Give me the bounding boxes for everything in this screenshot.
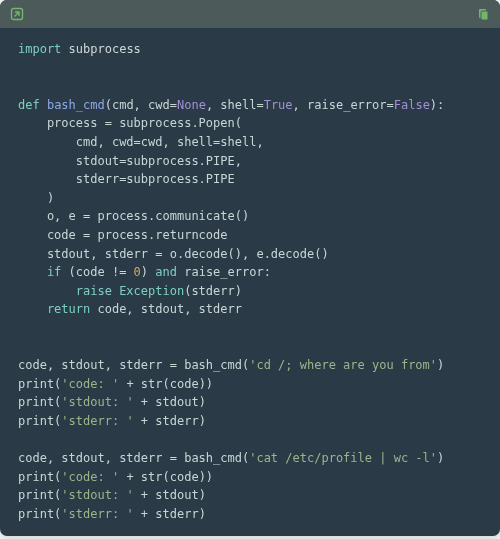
code-token: code, stdout, stderr = bash_cmd( bbox=[18, 451, 249, 465]
code-token: raise_error: bbox=[177, 265, 271, 279]
code-token: code, stdout, stderr = bash_cmd( bbox=[18, 358, 249, 372]
code-token: + stderr) bbox=[134, 507, 206, 521]
code-token: (code != bbox=[61, 265, 133, 279]
code-token: print( bbox=[18, 414, 61, 428]
code-token: if bbox=[18, 265, 61, 279]
code-token: o, e = process.communicate() bbox=[18, 209, 249, 223]
expand-icon[interactable] bbox=[10, 7, 24, 21]
code-token: bash_cmd bbox=[40, 98, 105, 112]
code-token: def bbox=[18, 98, 40, 112]
code-token: process = subprocess.Popen( bbox=[18, 116, 242, 130]
code-token: 'code: ' bbox=[61, 470, 119, 484]
code-token: print( bbox=[18, 470, 61, 484]
code-token: , shell= bbox=[206, 98, 264, 112]
code-token: ) bbox=[437, 451, 444, 465]
code-token: Exception bbox=[112, 284, 184, 298]
code-cell-titlebar bbox=[0, 0, 500, 28]
svg-rect-2 bbox=[481, 11, 488, 20]
code-token: + stdout) bbox=[134, 395, 206, 409]
code-token: + stderr) bbox=[134, 414, 206, 428]
code-token: stdout=subprocess.PIPE, bbox=[18, 154, 242, 168]
code-token: 'stdout: ' bbox=[61, 395, 133, 409]
code-token: raise bbox=[18, 284, 112, 298]
code-token: cmd, cwd=cwd, shell=shell, bbox=[18, 135, 264, 149]
code-token: print( bbox=[18, 488, 61, 502]
code-token: 'stderr: ' bbox=[61, 414, 133, 428]
code-token: stderr=subprocess.PIPE bbox=[18, 172, 235, 186]
code-token: + str(code)) bbox=[119, 377, 213, 391]
code-token: , raise_error= bbox=[293, 98, 394, 112]
code-token: 'code: ' bbox=[61, 377, 119, 391]
code-token: code = process.returncode bbox=[18, 228, 228, 242]
code-token: print( bbox=[18, 507, 61, 521]
code-token: print( bbox=[18, 377, 61, 391]
copy-icon[interactable] bbox=[476, 7, 490, 21]
code-token: print( bbox=[18, 395, 61, 409]
code-cell-window: import subprocess def bash_cmd(cmd, cwd=… bbox=[0, 0, 500, 536]
code-token: code, stdout, stderr bbox=[90, 302, 242, 316]
code-token: 'cat /etc/profile | wc -l' bbox=[249, 451, 437, 465]
code-token: ) bbox=[437, 358, 444, 372]
code-editor[interactable]: import subprocess def bash_cmd(cmd, cwd=… bbox=[0, 28, 500, 536]
code-token: stdout, stderr = o.decode(), e.decode() bbox=[18, 247, 329, 261]
code-token: and bbox=[155, 265, 177, 279]
code-token: 'stderr: ' bbox=[61, 507, 133, 521]
code-token: None bbox=[177, 98, 206, 112]
code-token: + str(code)) bbox=[119, 470, 213, 484]
code-token: + stdout) bbox=[134, 488, 206, 502]
code-token: 'stdout: ' bbox=[61, 488, 133, 502]
code-token: False bbox=[394, 98, 430, 112]
code-token: return bbox=[18, 302, 90, 316]
code-token: ) bbox=[18, 191, 54, 205]
code-token: import bbox=[18, 42, 61, 56]
code-token: (cmd, cwd= bbox=[105, 98, 177, 112]
code-token: ) bbox=[141, 265, 155, 279]
code-token: subprocess bbox=[61, 42, 140, 56]
code-token: 'cd /; where are you from' bbox=[249, 358, 437, 372]
code-token: (stderr) bbox=[184, 284, 242, 298]
code-token: 0 bbox=[134, 265, 141, 279]
code-token: ): bbox=[430, 98, 444, 112]
code-token: True bbox=[264, 98, 293, 112]
